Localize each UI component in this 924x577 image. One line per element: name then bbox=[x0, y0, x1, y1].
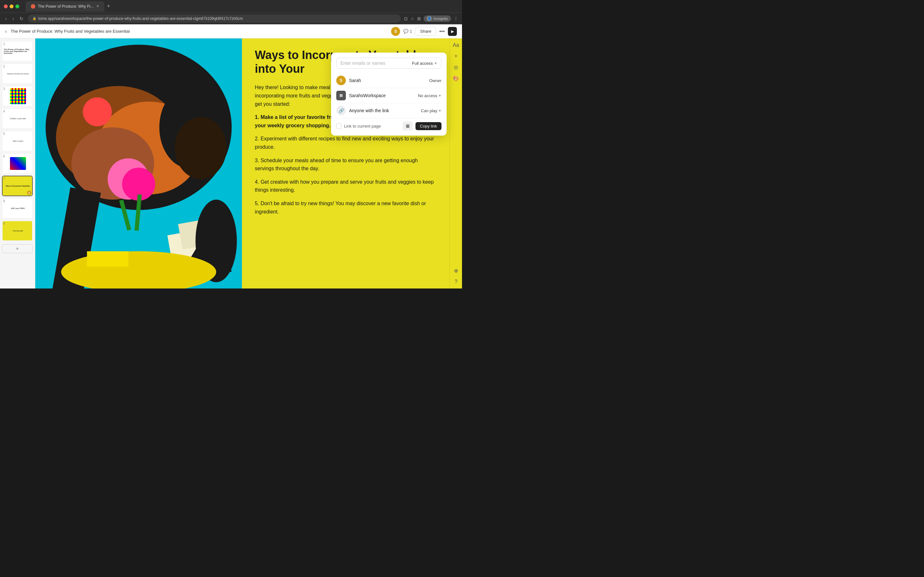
add-slide-button[interactable]: + bbox=[2, 244, 33, 253]
incognito-label: Incognito bbox=[433, 17, 448, 21]
cast-icon[interactable]: ⊡ bbox=[404, 16, 408, 21]
link-avatar: 🔗 bbox=[336, 106, 346, 115]
workspace-role-dropdown[interactable]: No access ▼ bbox=[418, 93, 441, 98]
add-bottom-button[interactable]: ⊕ bbox=[454, 268, 458, 274]
slide-thumb-6[interactable]: 6 bbox=[2, 153, 33, 174]
slide-tip4: 4. Get creative with how you prepare and… bbox=[255, 178, 437, 194]
share-row-workspace: ⊞ SarahsWorkspace No access ▼ bbox=[336, 88, 441, 103]
slide-thumb-3[interactable]: 3 bbox=[2, 86, 33, 106]
slide-thumb-8[interactable]: 8 EAT you TOFU bbox=[2, 198, 33, 219]
lock-icon: 🔒 bbox=[32, 17, 36, 20]
play-button[interactable]: ▶ bbox=[448, 27, 457, 36]
color-button[interactable]: 🎨 bbox=[453, 75, 459, 81]
access-level-label: Full access bbox=[412, 61, 433, 66]
slide-tip3: 3. Schedule your meals ahead of time to … bbox=[255, 156, 437, 173]
main-content: 1 The Power of Produce: Why Fruits and V… bbox=[0, 39, 462, 288]
qr-code-button[interactable]: ⊞ bbox=[403, 121, 413, 131]
doc-back-button[interactable]: ‹ bbox=[5, 29, 7, 34]
url-text: tome.app/sarahsworkspace/the-power-of-pr… bbox=[38, 16, 243, 21]
slide-thumb-1[interactable]: 1 The Power of Produce: Why Fruits and V… bbox=[2, 41, 33, 61]
link-entity-name: Anyone with the link bbox=[349, 108, 418, 113]
doc-title: The Power of Produce: Why Fruits and Veg… bbox=[11, 29, 387, 34]
share-row-sarah: S Sarah Owner bbox=[336, 73, 441, 88]
slide-number-9: 9 bbox=[3, 222, 5, 226]
app-layout: ‹ The Power of Produce: Why Fruits and V… bbox=[0, 24, 462, 288]
share-input-row: Full access ▼ bbox=[336, 58, 441, 69]
workspace-role-caret-icon: ▼ bbox=[438, 94, 441, 97]
slide-artwork bbox=[35, 39, 242, 288]
slide-tip5: 5. Don't be afraid to try new things! Yo… bbox=[255, 199, 437, 216]
minimize-button[interactable] bbox=[10, 5, 13, 8]
active-tab[interactable]: The Power of Produce: Why Fr... ✕ bbox=[26, 1, 104, 11]
link-to-page-checkbox[interactable] bbox=[336, 123, 341, 129]
top-bar-actions: S 💬 1 Share ••• ▶ bbox=[391, 27, 457, 36]
slide-number-5: 5 bbox=[3, 132, 5, 135]
slide-image bbox=[35, 39, 242, 288]
address-bar[interactable]: 🔒 tome.app/sarahsworkspace/the-power-of-… bbox=[28, 15, 401, 23]
copy-link-button[interactable]: Copy link bbox=[415, 122, 441, 130]
slide-preview-5: Slide 5 content bbox=[3, 131, 33, 151]
slide-number-1: 1 bbox=[3, 42, 5, 46]
tab-bar: The Power of Produce: Why Fr... ✕ + bbox=[26, 1, 458, 11]
tab-favicon bbox=[31, 4, 35, 9]
more-options-button[interactable]: ••• bbox=[439, 29, 445, 34]
content-area: Ways to Incorporate Vegetables into Your… bbox=[35, 39, 462, 288]
help-button[interactable]: ? bbox=[455, 279, 457, 285]
maximize-button[interactable] bbox=[15, 5, 19, 8]
top-bar: ‹ The Power of Produce: Why Fruits and V… bbox=[0, 24, 462, 39]
slide-thumb-7[interactable]: 7 Ways to Incorporate Vegetables S bbox=[2, 176, 33, 196]
slide-thumb-5[interactable]: 5 Slide 5 content bbox=[2, 131, 33, 151]
back-nav-button[interactable]: ‹ bbox=[4, 15, 8, 23]
slide-number-4: 4 bbox=[3, 110, 5, 113]
target-button[interactable]: ◎ bbox=[454, 64, 458, 70]
share-email-input[interactable] bbox=[341, 61, 409, 66]
comment-button[interactable]: 💬 1 bbox=[403, 29, 412, 34]
tab-title: The Power of Produce: Why Fr... bbox=[38, 4, 94, 9]
comment-count: 1 bbox=[410, 29, 412, 34]
slide-tip2: 2. Experiment with different recipes to … bbox=[255, 135, 437, 151]
comment-icon: 💬 bbox=[403, 29, 409, 34]
slide-author-badge: S bbox=[27, 190, 31, 195]
text-size-button[interactable]: Aa bbox=[453, 42, 459, 48]
more-browser-button[interactable]: ⋮ bbox=[454, 16, 458, 21]
slide-number-7: 7 bbox=[3, 177, 5, 181]
share-dropdown: Full access ▼ S Sarah Owner ⊞ SarahsWork… bbox=[331, 53, 447, 135]
share-button[interactable]: Share bbox=[415, 27, 436, 35]
slide-number-6: 6 bbox=[3, 155, 5, 158]
svg-point-10 bbox=[175, 117, 226, 179]
slide-number-2: 2 bbox=[3, 65, 5, 68]
extension-icon[interactable]: ⊞ bbox=[417, 16, 421, 21]
slide-thumb-9[interactable]: 9 Final tips slide bbox=[2, 221, 33, 241]
traffic-lights bbox=[4, 5, 19, 8]
link-to-page-label: Link to current page bbox=[344, 124, 400, 129]
link-role-dropdown[interactable]: Can play ▼ bbox=[421, 108, 441, 113]
sarah-role: Owner bbox=[429, 78, 441, 83]
incognito-icon: 👤 bbox=[427, 16, 432, 21]
new-tab-button[interactable]: + bbox=[107, 3, 110, 10]
access-level-dropdown[interactable]: Full access ▼ bbox=[412, 61, 437, 66]
workspace-avatar: ⊞ bbox=[336, 91, 346, 100]
slide-preview-8: EAT you TOFU bbox=[3, 199, 33, 218]
svg-point-13 bbox=[83, 97, 111, 126]
slide-preview-6 bbox=[3, 154, 33, 173]
address-bar-row: ‹ › ↻ 🔒 tome.app/sarahsworkspace/the-pow… bbox=[0, 13, 462, 24]
bookmark-icon[interactable]: ☆ bbox=[410, 16, 415, 21]
sarah-avatar: S bbox=[336, 76, 346, 85]
avatar-initial: S bbox=[394, 29, 397, 34]
reload-button[interactable]: ↻ bbox=[18, 15, 25, 23]
close-button[interactable] bbox=[4, 5, 8, 8]
workspace-role-label: No access bbox=[418, 93, 437, 98]
workspace-name: SarahsWorkspace bbox=[349, 93, 415, 98]
workspace-icon: ⊞ bbox=[339, 93, 342, 98]
add-element-button[interactable]: + bbox=[454, 53, 457, 59]
slide-preview-1: The Power of Produce: Why Fruits and Veg… bbox=[3, 42, 33, 61]
slide-preview-9: Final tips slide bbox=[3, 221, 33, 240]
tab-close-button[interactable]: ✕ bbox=[96, 4, 99, 8]
share-row-link: 🔗 Anyone with the link Can play ▼ bbox=[336, 103, 441, 118]
slide-thumb-4[interactable]: 4 DOABLE content slide bbox=[2, 108, 33, 129]
slide-thumb-2[interactable]: 2 Nutrition overview text content bbox=[2, 63, 33, 84]
link-role-label: Can play bbox=[421, 108, 437, 113]
forward-nav-button[interactable]: › bbox=[11, 15, 15, 23]
slide-preview-4: DOABLE content slide bbox=[3, 109, 33, 128]
play-icon: ▶ bbox=[451, 29, 454, 34]
